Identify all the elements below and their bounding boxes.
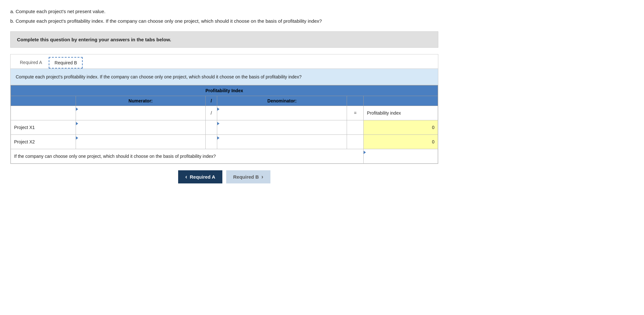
col-header-denominator: Denominator: <box>217 96 347 106</box>
next-button[interactable]: Required B <box>226 170 270 183</box>
table-title: Profitability Index <box>11 85 438 96</box>
bottom-triangle <box>364 151 366 154</box>
next-arrow-icon <box>261 174 263 180</box>
complete-box: Complete this question by entering your … <box>10 31 438 48</box>
row1-slash <box>205 120 217 135</box>
row1-denominator-input[interactable] <box>217 125 347 134</box>
row0-equals: = <box>347 106 364 120</box>
table-col-header-row: Numerator: / Denominator: <box>11 96 438 106</box>
col-header-numerator: Numerator: <box>76 96 205 106</box>
tab-required-a[interactable]: Required A <box>14 57 47 69</box>
next-button-label: Required B <box>233 174 259 180</box>
col-header-blank <box>11 96 76 106</box>
table-row-x1: Project X1 0 <box>11 120 438 135</box>
col-header-blank3 <box>364 96 438 106</box>
row0-label <box>11 106 76 120</box>
row2-label: Project X2 <box>11 135 76 149</box>
row0-prof-index-label: Profitability index <box>364 106 438 120</box>
row2-numerator-input[interactable] <box>76 140 205 149</box>
row2-denominator-cell <box>217 135 347 149</box>
intro-section: a. Compute each project's net present va… <box>10 8 438 25</box>
prev-button[interactable]: Required A <box>178 170 222 183</box>
row1-label: Project X1 <box>11 120 76 135</box>
tabs-container: Required A Required B Compute each proje… <box>10 54 438 164</box>
row1-denominator-cell <box>217 120 347 135</box>
row0-denominator-cell <box>217 106 347 120</box>
table-row-bottom-question: If the company can choose only one proje… <box>11 149 438 164</box>
bottom-question-text: If the company can choose only one proje… <box>11 149 364 164</box>
tab-content-description: Compute each project's profitability ind… <box>11 69 438 85</box>
row2-triangle-num <box>76 136 78 140</box>
table-title-row: Profitability Index <box>11 85 438 96</box>
bottom-answer-cell <box>364 149 438 164</box>
row0-triangle-den <box>217 108 219 111</box>
row0-numerator-input[interactable] <box>76 111 205 120</box>
row0-numerator-cell <box>76 106 205 120</box>
tab-required-b[interactable]: Required B <box>49 57 83 69</box>
row0-slash: / <box>205 106 217 120</box>
row1-numerator-input[interactable] <box>76 125 205 134</box>
profitability-table: Profitability Index Numerator: / Denomin… <box>11 85 438 164</box>
row0-denominator-input[interactable] <box>217 111 347 120</box>
row1-triangle-num <box>76 122 78 125</box>
prev-button-label: Required A <box>190 174 215 180</box>
profitability-table-wrapper: Profitability Index Numerator: / Denomin… <box>11 85 438 164</box>
complete-box-text: Complete this question by entering your … <box>17 37 171 42</box>
row1-numerator-cell <box>76 120 205 135</box>
bottom-answer-input[interactable] <box>364 154 438 163</box>
row2-numerator-cell <box>76 135 205 149</box>
row1-prof-index-value: 0 <box>364 120 438 135</box>
table-row-x2: Project X2 0 <box>11 135 438 149</box>
table-row-header-inputs: / = Profitability index <box>11 106 438 120</box>
tabs-row: Required A Required B <box>11 54 438 69</box>
bottom-nav: Required A Required B <box>10 170 438 183</box>
row1-equals <box>347 120 364 135</box>
row2-equals <box>347 135 364 149</box>
row0-triangle-num <box>76 108 78 111</box>
row2-triangle-den <box>217 136 219 140</box>
col-header-slash: / <box>205 96 217 106</box>
row2-prof-index-value: 0 <box>364 135 438 149</box>
row1-triangle-den <box>217 122 219 125</box>
intro-line-a: a. Compute each project's net present va… <box>10 8 438 15</box>
row2-slash <box>205 135 217 149</box>
row2-denominator-input[interactable] <box>217 140 347 149</box>
prev-arrow-icon <box>185 174 187 180</box>
col-header-blank2 <box>347 96 364 106</box>
intro-line-b: b. Compute each project's profitability … <box>10 17 438 25</box>
